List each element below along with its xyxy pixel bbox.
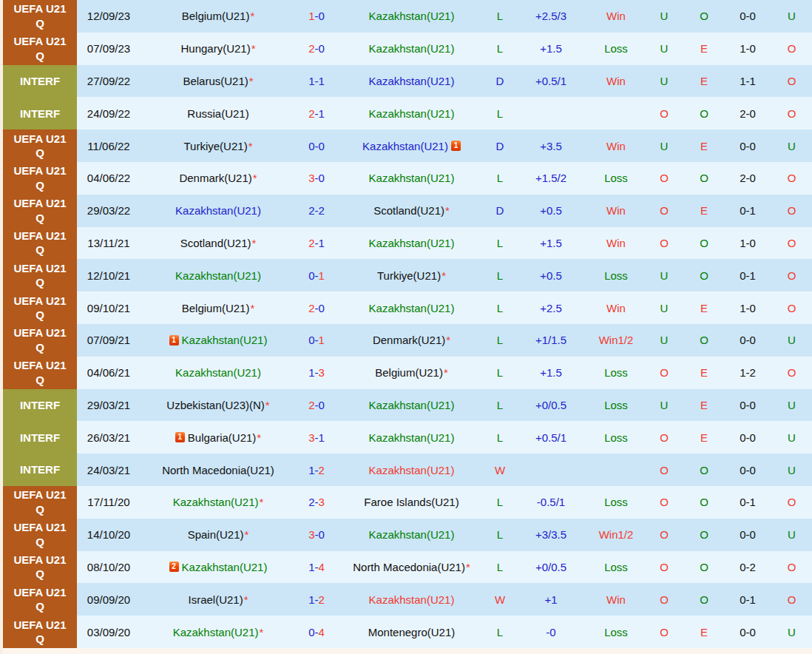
fulltime-score: 2-1 — [296, 97, 337, 129]
fulltime-score: 2-2 — [296, 195, 337, 227]
competition-badge: UEFA U21 Q — [3, 259, 77, 291]
halftime-over-under: O — [771, 97, 812, 129]
odd-even-result: O — [684, 486, 724, 519]
home-team-name[interactable]: Hungary(U21) — [180, 42, 250, 55]
fulltime-score: 2-0 — [296, 389, 337, 422]
away-team-name[interactable]: Kazakhstan(U21) — [369, 464, 455, 476]
halftime-score: 0-1 — [724, 583, 771, 616]
home-team-name[interactable]: Kazakhstan(U21) — [173, 626, 259, 638]
home-team: Denmark(U21)* — [141, 162, 296, 195]
away-team-name[interactable]: Kazakhstan(U21) — [369, 10, 455, 22]
fulltime-score: 1-2 — [296, 454, 337, 486]
away-team-name[interactable]: Kazakhstan(U21) — [369, 302, 455, 314]
halftime-score: 0-0 — [724, 0, 771, 33]
halftime-over-under: U — [771, 324, 812, 357]
halftime-over-under: U — [771, 129, 812, 162]
home-team-name[interactable]: Uzbekistan(U23)(N) — [166, 399, 265, 411]
home-team: Russia(U21) — [141, 97, 296, 129]
handicap-line: +1.5/2 — [514, 162, 588, 195]
over-under-result: O — [644, 195, 684, 227]
away-team-name[interactable]: Denmark(U21) — [373, 334, 445, 346]
halftime-over-under: O — [771, 259, 812, 291]
result-letter: L — [486, 97, 514, 129]
home-team-name[interactable]: Kazakhstan(U21) — [175, 269, 261, 282]
away-team-name[interactable]: Kazakhstan(U21) — [369, 528, 455, 541]
fulltime-score: 2-0 — [296, 33, 337, 65]
handicap-result: Loss — [588, 616, 644, 648]
away-team-name[interactable]: Kazakhstan(U21) — [369, 42, 455, 55]
match-date: 13/11/21 — [77, 227, 141, 260]
home-team-name[interactable]: Kazakhstan(U21) — [175, 204, 261, 217]
handicap-line: +0/0.5 — [514, 389, 588, 422]
away-team-name[interactable]: Faroe Islands(U21) — [364, 496, 459, 508]
match-date: 26/03/21 — [77, 421, 141, 454]
handicap-result: Loss — [588, 486, 644, 519]
competition-badge: UEFA U21 Q — [3, 227, 77, 260]
favorite-asterisk: * — [252, 237, 257, 249]
away-team-name[interactable]: Turkiye(U21) — [377, 269, 441, 282]
match-date: 17/11/20 — [77, 486, 141, 519]
home-team-name[interactable]: Bulgaria(U21) — [188, 431, 257, 444]
home-team-name[interactable]: Belarus(U21) — [183, 75, 248, 87]
competition-badge: UEFA U21 Q — [3, 583, 77, 616]
over-under-result: O — [644, 227, 684, 260]
home-team-name[interactable]: North Macedonia(U21) — [162, 464, 274, 476]
away-team-name[interactable]: Belgium(U21) — [375, 366, 443, 379]
away-team-name[interactable]: Kazakhstan(U21) — [369, 172, 455, 184]
away-team: Montenegro(U21) — [337, 616, 486, 648]
home-team-name[interactable]: Spain(U21) — [188, 528, 244, 541]
away-team-name[interactable]: Kazakhstan(U21) — [369, 237, 455, 249]
favorite-asterisk: * — [260, 626, 264, 638]
result-letter: L — [486, 227, 514, 260]
handicap-result: Loss — [588, 389, 644, 422]
halftime-over-under: O — [771, 65, 812, 98]
home-team-name[interactable]: Turkiye(U21) — [184, 140, 248, 152]
table-row: INTERF 27/09/22 Belarus(U21)* 1-1 Kazakh… — [3, 65, 812, 98]
home-team-name[interactable]: Israel(U21) — [188, 593, 243, 606]
away-team-name[interactable]: Montenegro(U21) — [368, 626, 456, 638]
home-team-name[interactable]: Kazakhstan(U21) — [175, 366, 261, 379]
fulltime-score: 3-1 — [296, 421, 337, 454]
fulltime-score: 1-4 — [296, 551, 337, 584]
score-part: 2 — [308, 204, 314, 217]
home-team: Kazakhstan(U21)* — [141, 616, 296, 648]
handicap-result: Win — [588, 227, 644, 260]
home-team-name[interactable]: Scotland(U21) — [180, 237, 251, 249]
score-part: 0 — [319, 399, 325, 411]
away-team-name[interactable]: Kazakhstan(U21) — [369, 75, 455, 87]
home-team-name[interactable]: Belgium(U21) — [182, 302, 250, 314]
result-letter: L — [486, 616, 514, 648]
home-team-name[interactable]: Kazakhstan(U21) — [182, 561, 268, 573]
result-letter: L — [486, 389, 514, 422]
odd-even-result: E — [684, 616, 724, 648]
score-part: 0 — [319, 140, 325, 152]
match-table-body: UEFA U21 Q 12/09/23 Belgium(U21)* 1-0 Ka… — [3, 0, 812, 648]
home-team-name[interactable]: Denmark(U21) — [179, 172, 251, 184]
home-team: Kazakhstan(U21)* — [141, 486, 296, 519]
score-part: 1 — [319, 334, 325, 346]
home-team-name[interactable]: Russia(U21) — [187, 107, 248, 120]
away-team-name[interactable]: Kazakhstan(U21) — [369, 107, 455, 120]
handicap-result: Loss — [588, 259, 644, 291]
halftime-over-under: O — [771, 486, 812, 519]
score-part: 1 — [319, 237, 325, 249]
home-team: North Macedonia(U21) — [141, 454, 296, 486]
result-letter: W — [486, 583, 514, 616]
away-team-name[interactable]: Kazakhstan(U21) — [362, 140, 448, 152]
handicap-result: Loss — [588, 551, 644, 584]
score-part: 0 — [319, 302, 325, 314]
away-team-name[interactable]: Kazakhstan(U21) — [369, 593, 455, 606]
home-team-name[interactable]: Belgium(U21) — [182, 10, 250, 22]
result-letter: L — [486, 486, 514, 519]
handicap-line: +1.5 — [514, 357, 588, 389]
away-team-name[interactable]: Kazakhstan(U21) — [369, 431, 455, 444]
away-team-name[interactable]: Scotland(U21) — [373, 204, 444, 217]
away-team-name[interactable]: North Macedonia(U21) — [353, 561, 465, 573]
away-team-name[interactable]: Kazakhstan(U21) — [369, 399, 455, 411]
over-under-result: U — [644, 389, 684, 422]
home-team-name[interactable]: Kazakhstan(U21) — [182, 334, 268, 346]
home-team-name[interactable]: Kazakhstan(U21) — [173, 496, 259, 508]
away-team: Kazakhstan(U21) — [337, 227, 486, 260]
competition-badge: UEFA U21 Q — [3, 486, 77, 519]
handicap-result: Win1/2 — [588, 324, 644, 357]
